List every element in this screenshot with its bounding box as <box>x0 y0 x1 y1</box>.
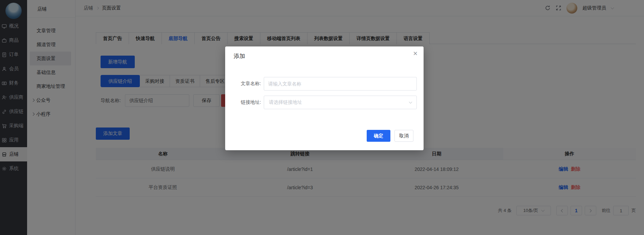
confirm-button[interactable]: 确定 <box>367 130 390 142</box>
cancel-button[interactable]: 取消 <box>394 130 413 142</box>
close-icon[interactable]: × <box>413 50 417 57</box>
link-address-placeholder: 请选择链接地址 <box>269 99 409 105</box>
link-address-label: 链接地址: <box>225 99 261 105</box>
article-name-label: 文章名称: <box>225 81 261 87</box>
dialog-title: 添加 <box>234 52 245 60</box>
article-name-input[interactable] <box>264 77 417 91</box>
link-address-select[interactable]: 请选择链接地址 <box>264 96 417 109</box>
app-window: 概况 商品 订单 会员 财务 供应商 <box>0 0 644 235</box>
chevron-down-icon <box>409 100 412 104</box>
add-dialog: 添加 × 文章名称: 链接地址: 请选择链接地址 确定 取消 <box>225 46 424 150</box>
